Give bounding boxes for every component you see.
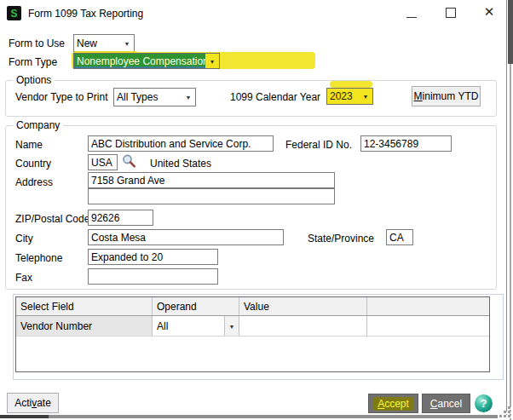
country-name-text: United States <box>150 158 211 170</box>
grid-cell-select-field[interactable]: Vendor Number <box>16 316 153 336</box>
calendar-year-value: 2023 <box>327 90 359 102</box>
maximize-button[interactable] <box>441 3 461 22</box>
background-window-edge-line <box>510 64 511 420</box>
grid-header-value: Value <box>239 297 367 315</box>
activate-button[interactable]: Activate <box>7 393 59 413</box>
lookup-magnifier-icon <box>121 153 137 170</box>
chevron-down-icon[interactable] <box>182 91 195 103</box>
telephone-field[interactable]: Expanded to 20 <box>88 249 218 265</box>
close-button[interactable]: ✕ <box>478 2 500 22</box>
bottom-window-strip-dark <box>0 415 49 418</box>
vendor-type-value: All Types <box>114 91 182 103</box>
grip-dot <box>504 411 506 413</box>
calendar-year-select[interactable]: 2023 <box>326 88 373 105</box>
vendor-type-label: Vendor Type to Print <box>15 91 108 103</box>
city-field[interactable]: Costa Mesa <box>88 229 284 245</box>
state-value: CA <box>389 232 404 244</box>
grid-cell-extra[interactable] <box>367 316 489 336</box>
city-value: Costa Mesa <box>91 232 146 244</box>
country-field[interactable]: USA <box>88 154 118 170</box>
address-line1-field[interactable]: 7158 Grand Ave <box>88 172 335 188</box>
minimize-icon <box>406 17 417 18</box>
help-button[interactable]: ? <box>475 394 493 412</box>
grip-dot <box>504 415 506 417</box>
bottom-window-strip <box>0 415 498 418</box>
dialog-right-border <box>506 0 507 415</box>
accept-key: A <box>378 398 384 410</box>
chevron-down-icon[interactable] <box>359 90 372 102</box>
grip-dot <box>508 415 510 417</box>
form-type-select[interactable]: Nonemployee Compensation <box>73 53 220 69</box>
title-bar: S Form 1099 Tax Reporting ✕ <box>0 0 507 26</box>
grid-row-vendor-number[interactable]: Vendor Number All <box>16 316 489 337</box>
name-value: ABC Distribution and Service Corp. <box>91 138 251 150</box>
address-line1-value: 7158 Grand Ave <box>91 175 165 187</box>
grid-container: Select Field Operand Value Vendor Number… <box>13 294 504 380</box>
activate-pre: Acti <box>14 397 32 409</box>
form-1099-dialog: S Form 1099 Tax Reporting ✕ Form to Use … <box>0 0 513 420</box>
cancel-post: ancel <box>437 398 462 410</box>
company-group-title: Company <box>13 119 63 131</box>
federal-id-value: 12-3456789 <box>364 138 418 150</box>
telephone-value: Expanded to 20 <box>91 251 163 263</box>
minimize-button[interactable] <box>401 3 422 22</box>
accept-button[interactable]: Accept <box>368 394 418 413</box>
minimum-ytd-rest: inimum YTD <box>423 90 479 102</box>
grid-header-extra <box>367 297 489 315</box>
app-icon-letter: S <box>10 9 17 19</box>
address-line2-field[interactable] <box>88 188 335 204</box>
city-label: City <box>15 233 33 245</box>
minimum-ytd-button[interactable]: Minimum YTD <box>412 86 481 106</box>
form-type-label: Form Type <box>9 56 57 68</box>
window-title: Form 1099 Tax Reporting <box>28 8 143 20</box>
chevron-down-icon[interactable] <box>120 37 134 49</box>
country-lookup-button[interactable] <box>121 153 137 170</box>
zip-label: ZIP/Postal Code <box>15 213 89 225</box>
fax-label: Fax <box>15 272 32 284</box>
app-icon: S <box>7 6 21 20</box>
country-code-value: USA <box>91 157 112 169</box>
selection-grid: Select Field Operand Value Vendor Number… <box>15 296 490 372</box>
grid-header-select-field: Select Field <box>16 297 153 315</box>
help-question-icon: ? <box>481 397 487 410</box>
address-label: Address <box>15 176 53 188</box>
grip-dot <box>508 411 510 413</box>
zip-value: 92626 <box>91 212 119 224</box>
grip-dot <box>508 406 510 409</box>
grid-header-operand: Operand <box>153 297 239 315</box>
maximize-icon <box>446 8 456 18</box>
federal-id-field[interactable]: 12-3456789 <box>360 135 452 152</box>
vendor-type-select[interactable]: All Types <box>113 88 196 106</box>
form-to-use-label: Form to Use <box>9 37 65 49</box>
chevron-down-icon <box>229 320 235 332</box>
form-type-value: Nonemployee Compensation <box>74 54 205 68</box>
options-group-title: Options <box>13 74 55 86</box>
grid-operand-value: All <box>153 320 224 332</box>
telephone-label: Telephone <box>15 252 62 264</box>
zip-field[interactable]: 92626 <box>88 210 153 226</box>
resize-grip[interactable] <box>498 405 513 419</box>
chevron-down-icon[interactable] <box>205 55 219 67</box>
cancel-button[interactable]: Cancel <box>422 394 470 413</box>
background-window-edge-top <box>508 0 513 64</box>
state-field[interactable]: CA <box>386 229 413 245</box>
close-icon: ✕ <box>484 4 495 20</box>
accept-post: ccept <box>384 398 409 410</box>
calendar-year-label: 1099 Calendar Year <box>230 91 320 103</box>
form-to-use-value: New <box>74 37 120 49</box>
fax-field[interactable] <box>88 268 218 285</box>
grid-cell-operand[interactable]: All <box>153 316 239 336</box>
country-label: Country <box>15 158 51 170</box>
highlight-mark-above-year <box>330 81 372 88</box>
minimum-ytd-key: M <box>414 90 423 102</box>
state-label: State/Province <box>308 233 374 245</box>
form-to-use-select[interactable]: New <box>73 34 135 52</box>
grip-dot <box>499 415 502 417</box>
activate-post: ate <box>37 397 51 409</box>
grid-header-row: Select Field Operand Value <box>16 297 489 316</box>
federal-id-label: Federal ID No. <box>285 139 352 151</box>
grid-operand-dropdown-button[interactable] <box>224 316 239 336</box>
name-label: Name <box>15 139 43 151</box>
grid-cell-value[interactable] <box>239 316 367 336</box>
name-field[interactable]: ABC Distribution and Service Corp. <box>88 135 274 152</box>
